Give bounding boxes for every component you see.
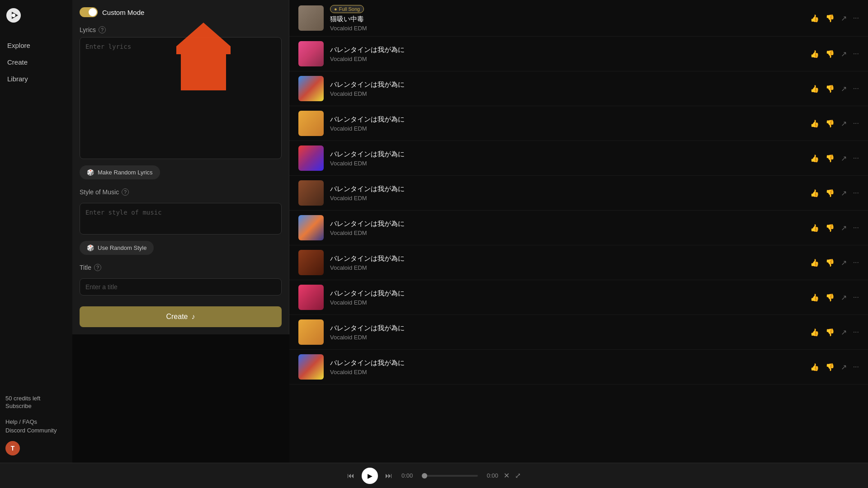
right-panel: ● Full Song猫吸い中毒Vocaloid EDM👍👎↗···バレンタイン…	[289, 0, 868, 463]
more-options-button[interactable]: ···	[853, 50, 859, 58]
lyrics-input[interactable]	[80, 37, 282, 159]
share-button[interactable]: ↗	[841, 50, 847, 58]
song-item[interactable]: バレンタインは我が為にVocaloid EDM👍👎↗···	[289, 280, 868, 315]
more-options-button[interactable]: ···	[853, 119, 859, 127]
like-button[interactable]: 👍	[810, 224, 819, 232]
like-button[interactable]: 👍	[810, 363, 819, 371]
more-options-button[interactable]: ···	[853, 258, 859, 267]
song-item[interactable]: バレンタインは我が為にVocaloid EDM👍👎↗···	[289, 176, 868, 211]
sidebar-item-create[interactable]: Create	[5, 55, 67, 70]
more-options-button[interactable]: ···	[853, 14, 859, 22]
dislike-button[interactable]: 👎	[826, 363, 835, 371]
song-thumbnail	[298, 111, 324, 136]
song-item[interactable]: バレンタインは我が為にVocaloid EDM👍👎↗···	[289, 106, 868, 141]
like-button[interactable]: 👍	[810, 14, 819, 23]
play-button[interactable]: ▶	[362, 468, 378, 484]
share-button[interactable]: ↗	[841, 154, 847, 163]
song-thumbnail	[298, 250, 324, 275]
like-button[interactable]: 👍	[810, 84, 819, 93]
song-item[interactable]: バレンタインは我が為にVocaloid EDM👍👎↗···	[289, 211, 868, 245]
like-button[interactable]: 👍	[810, 119, 819, 128]
logo-icon[interactable]	[5, 7, 22, 23]
share-button[interactable]: ↗	[841, 224, 847, 232]
dislike-button[interactable]: 👎	[826, 293, 835, 302]
song-actions: 👍👎↗···	[810, 84, 859, 93]
song-subtitle: Vocaloid EDM	[330, 334, 810, 341]
song-actions: 👍👎↗···	[810, 328, 859, 337]
more-options-button[interactable]: ···	[853, 224, 859, 232]
expand-icon[interactable]: ⤢	[515, 471, 521, 480]
more-options-button[interactable]: ···	[853, 363, 859, 371]
close-icon[interactable]: ✕	[504, 471, 509, 480]
dislike-button[interactable]: 👎	[826, 224, 835, 232]
share-button[interactable]: ↗	[841, 363, 847, 371]
avatar[interactable]: T	[5, 441, 20, 455]
share-button[interactable]: ↗	[841, 84, 847, 93]
use-random-style-button[interactable]: 🎲 Use Random Style	[80, 241, 154, 255]
song-title: バレンタインは我が為に	[330, 150, 810, 159]
create-button[interactable]: Create ♪	[80, 306, 282, 327]
dislike-button[interactable]: 👎	[826, 189, 835, 197]
song-item[interactable]: バレンタインは我が為にVocaloid EDM👍👎↗···	[289, 350, 868, 385]
more-options-button[interactable]: ···	[853, 189, 859, 197]
more-options-button[interactable]: ···	[853, 154, 859, 162]
song-item[interactable]: バレンタインは我が為にVocaloid EDM👍👎↗···	[289, 245, 868, 280]
prev-button[interactable]: ⏮	[347, 472, 354, 480]
like-button[interactable]: 👍	[810, 328, 819, 337]
share-button[interactable]: ↗	[841, 293, 847, 302]
progress-bar[interactable]	[422, 475, 477, 477]
song-item[interactable]: バレンタインは我が為にVocaloid EDM👍👎↗···	[289, 71, 868, 106]
share-button[interactable]: ↗	[841, 119, 847, 128]
sidebar-item-library[interactable]: Library	[5, 71, 67, 86]
title-help-icon[interactable]: ?	[94, 264, 101, 271]
share-button[interactable]: ↗	[841, 328, 847, 337]
lyrics-section: Lyrics ? 🎲 Make Random Lyrics	[80, 26, 282, 179]
dislike-button[interactable]: 👎	[826, 258, 835, 267]
dislike-button[interactable]: 👎	[826, 84, 835, 93]
sidebar: Explore Create Library 50 credits left S…	[0, 0, 72, 463]
song-title: バレンタインは我が為に	[330, 185, 810, 193]
next-button[interactable]: ⏭	[385, 472, 392, 480]
subscribe-link[interactable]: Subscribe	[5, 403, 67, 409]
dislike-button[interactable]: 👎	[826, 154, 835, 163]
share-button[interactable]: ↗	[841, 189, 847, 197]
like-button[interactable]: 👍	[810, 50, 819, 58]
song-item[interactable]: バレンタインは我が為にVocaloid EDM👍👎↗···	[289, 315, 868, 350]
song-info: バレンタインは我が為にVocaloid EDM	[330, 185, 810, 202]
song-item[interactable]: バレンタインは我が為にVocaloid EDM👍👎↗···	[289, 141, 868, 176]
custom-mode-label: Custom Mode	[102, 9, 144, 16]
more-options-button[interactable]: ···	[853, 293, 859, 301]
song-info: バレンタインは我が為にVocaloid EDM	[330, 115, 810, 132]
more-options-button[interactable]: ···	[853, 328, 859, 336]
dislike-button[interactable]: 👎	[826, 14, 835, 23]
share-button[interactable]: ↗	[841, 258, 847, 267]
title-input[interactable]	[80, 278, 282, 296]
song-subtitle: Vocaloid EDM	[330, 299, 810, 306]
song-info: バレンタインは我が為にVocaloid EDM	[330, 80, 810, 97]
make-random-lyrics-button[interactable]: 🎲 Make Random Lyrics	[80, 165, 160, 179]
share-button[interactable]: ↗	[841, 14, 847, 23]
music-note-icon: ♪	[192, 313, 195, 321]
like-button[interactable]: 👍	[810, 154, 819, 163]
more-options-button[interactable]: ···	[853, 84, 859, 93]
style-help-icon[interactable]: ?	[122, 188, 129, 196]
dislike-button[interactable]: 👎	[826, 119, 835, 128]
lyrics-help-icon[interactable]: ?	[99, 26, 106, 33]
help-link[interactable]: Help / FAQs	[5, 418, 67, 425]
song-info: バレンタインは我が為にVocaloid EDM	[330, 150, 810, 167]
like-button[interactable]: 👍	[810, 293, 819, 302]
song-title: バレンタインは我が為に	[330, 254, 810, 263]
song-thumbnail	[298, 319, 324, 345]
sidebar-item-explore[interactable]: Explore	[5, 38, 67, 53]
discord-link[interactable]: Discord Community	[5, 427, 67, 434]
dislike-button[interactable]: 👎	[826, 50, 835, 58]
dislike-button[interactable]: 👎	[826, 328, 835, 337]
style-music-input[interactable]	[80, 203, 282, 235]
song-item[interactable]: バレンタインは我が為にVocaloid EDM👍👎↗···	[289, 37, 868, 71]
like-button[interactable]: 👍	[810, 258, 819, 267]
custom-mode-toggle[interactable]	[80, 7, 98, 17]
like-button[interactable]: 👍	[810, 189, 819, 197]
song-item[interactable]: ● Full Song猫吸い中毒Vocaloid EDM👍👎↗···	[289, 0, 868, 37]
song-actions: 👍👎↗···	[810, 293, 859, 302]
song-thumbnail	[298, 145, 324, 171]
